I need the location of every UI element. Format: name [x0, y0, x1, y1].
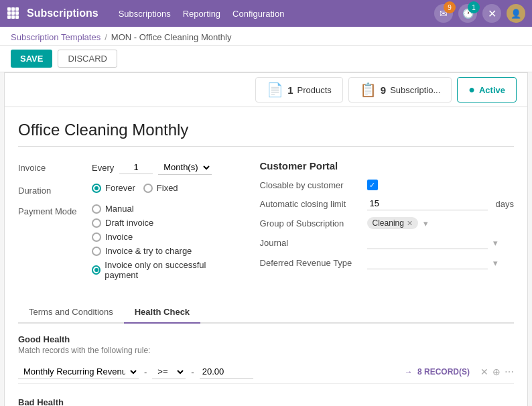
good-health-dash2: - [191, 367, 194, 377]
form-body: Invoice Every Month(s) Week(s) Year(s) D… [18, 160, 514, 288]
good-health-add-btn[interactable]: ⊕ [492, 366, 501, 377]
draft-radio[interactable] [92, 218, 101, 228]
invoice-period-select[interactable]: Month(s) Week(s) Year(s) [158, 160, 212, 175]
pm-invoice-try[interactable]: Invoice & try to charge [92, 246, 233, 256]
good-health-field-select[interactable]: Monthly Recurring Revenue [18, 364, 139, 379]
duration-fixed[interactable]: Fixed [143, 183, 178, 193]
group-dropdown-arrow[interactable]: ▾ [423, 218, 428, 228]
smart-btn-subscriptions[interactable]: 📋 9 Subscriptio... [348, 77, 452, 103]
cleaning-tag: Cleaning ✕ [367, 217, 418, 229]
forever-radio[interactable] [92, 184, 101, 193]
svg-rect-4 [11, 11, 15, 15]
tab-terms[interactable]: Terms and Conditions [18, 301, 124, 324]
invoice-try-label: Invoice & try to charge [105, 246, 192, 256]
good-health-val-input[interactable] [200, 365, 253, 379]
duration-row: Duration Forever Fixed [18, 183, 233, 196]
nav-right: ✉ 9 🕐 1 ✕ 👤 [434, 4, 525, 23]
nav-subscriptions[interactable]: Subscriptions [119, 9, 171, 19]
invoice-success-label: Invoice only on successful payment [105, 260, 232, 280]
svg-rect-2 [15, 7, 19, 11]
fixed-radio[interactable] [143, 184, 153, 193]
good-health-delete-btn[interactable]: ✕ [480, 366, 488, 377]
good-health-arrow-icon: → [405, 367, 413, 377]
subscriptions-label: Subscriptio... [390, 85, 440, 95]
breadcrumb-current: MON - Office Cleaning Monthly [111, 32, 232, 42]
deferred-revenue-value: ▾ [367, 256, 514, 269]
pm-draft[interactable]: Draft invoice [92, 218, 233, 228]
tab-health[interactable]: Health Check [124, 301, 200, 324]
grid-icon[interactable] [7, 7, 19, 21]
breadcrumb-parent[interactable]: Subscription Templates [11, 32, 101, 42]
group-subscription-row: Group of Subscription Cleaning ✕ ▾ [260, 217, 514, 229]
smart-btn-products[interactable]: 📄 1 Products [255, 77, 343, 103]
good-health-op-select[interactable]: >= > = < <= [152, 364, 186, 379]
invoice-success-radio[interactable] [92, 265, 101, 275]
close-icon[interactable]: ✕ [482, 4, 501, 23]
active-icon: ● [468, 84, 475, 96]
forever-label: Forever [105, 183, 135, 193]
nav-configuration[interactable]: Configuration [232, 9, 284, 19]
group-subscription-label: Group of Subscription [260, 218, 367, 228]
form-title: Office Cleaning Monthly [18, 121, 514, 147]
invoice-radio[interactable] [92, 232, 101, 242]
pm-invoice-success[interactable]: Invoice only on successful payment [92, 260, 233, 280]
journal-value: ▾ [367, 236, 514, 249]
invoice-try-radio[interactable] [92, 247, 101, 256]
activity-icon-wrap[interactable]: 🕐 1 [458, 4, 477, 23]
discard-button[interactable]: DISCARD [58, 50, 117, 68]
journal-row: Journal ▾ [260, 236, 514, 249]
svg-rect-1 [11, 7, 15, 11]
manual-radio[interactable] [92, 204, 101, 214]
deferred-revenue-dropdown-arrow[interactable]: ▾ [493, 258, 498, 268]
good-health-more-btn[interactable]: ⋯ [505, 366, 514, 377]
nav-links: Subscriptions Reporting Configuration [119, 9, 434, 19]
fixed-label: Fixed [157, 183, 178, 193]
form-left: Invoice Every Month(s) Week(s) Year(s) D… [18, 160, 233, 288]
good-health-dash1: - [144, 367, 147, 377]
closable-checkbox[interactable] [367, 180, 378, 190]
deferred-revenue-input[interactable] [367, 256, 488, 269]
duration-value: Forever Fixed [92, 183, 233, 193]
invoice-pm-label: Invoice [105, 232, 133, 242]
cleaning-tag-text: Cleaning [373, 218, 404, 228]
journal-input[interactable] [367, 236, 488, 249]
cleaning-tag-remove[interactable]: ✕ [407, 219, 413, 228]
svg-rect-5 [15, 11, 19, 15]
auto-closing-label: Automatic closing limit [260, 199, 367, 209]
deferred-revenue-label: Deferred Revenue Type [260, 258, 367, 268]
auto-closing-row: Automatic closing limit days [260, 197, 514, 210]
good-health-record-link[interactable]: → 8 RECORD(S) [405, 367, 470, 377]
nav-reporting[interactable]: Reporting [183, 9, 220, 19]
good-health-subtitle: Match records with the following rule: [18, 346, 514, 355]
manual-label: Manual [105, 204, 134, 214]
bad-health-section: Bad Health Match records with the follow… [18, 397, 514, 406]
save-button[interactable]: SAVE [11, 50, 52, 68]
payment-mode-label: Payment Mode [18, 204, 92, 216]
payment-mode-row: Payment Mode Manual Draft invoice [18, 204, 233, 280]
pm-manual[interactable]: Manual [92, 204, 233, 214]
products-icon: 📄 [267, 82, 283, 98]
smart-btn-active[interactable]: ● Active [457, 77, 517, 103]
good-health-rule-actions: ✕ ⊕ ⋯ [480, 366, 514, 377]
invoice-row: Invoice Every Month(s) Week(s) Year(s) [18, 160, 233, 175]
breadcrumb-sep: / [105, 32, 107, 42]
svg-rect-3 [7, 11, 11, 15]
invoice-every-input[interactable] [119, 161, 153, 174]
user-avatar[interactable]: 👤 [507, 4, 525, 23]
good-health-rule-row: Monthly Recurring Revenue - >= > = < <= … [18, 360, 514, 384]
products-count: 1 [287, 84, 293, 96]
good-health-title: Good Health [18, 334, 514, 344]
activity-badge: 1 [468, 1, 480, 13]
journal-dropdown-arrow[interactable]: ▾ [493, 238, 498, 248]
group-subscription-value: Cleaning ✕ ▾ [367, 217, 514, 229]
pm-invoice[interactable]: Invoice [92, 232, 233, 242]
svg-rect-8 [15, 15, 19, 19]
messages-icon-wrap[interactable]: ✉ 9 [434, 4, 453, 23]
health-check-content: Good Health Match records with the follo… [18, 334, 514, 406]
content-wrapper: 📄 1 Products 📋 9 Subscriptio... ● Active… [4, 72, 528, 406]
breadcrumb: Subscription Templates / MON - Office Cl… [0, 27, 532, 46]
duration-forever[interactable]: Forever [92, 183, 135, 193]
auto-closing-input[interactable] [367, 197, 488, 210]
invoice-value: Every Month(s) Week(s) Year(s) [92, 160, 233, 175]
form-right: Customer Portal Closable by customer Aut… [260, 160, 514, 288]
